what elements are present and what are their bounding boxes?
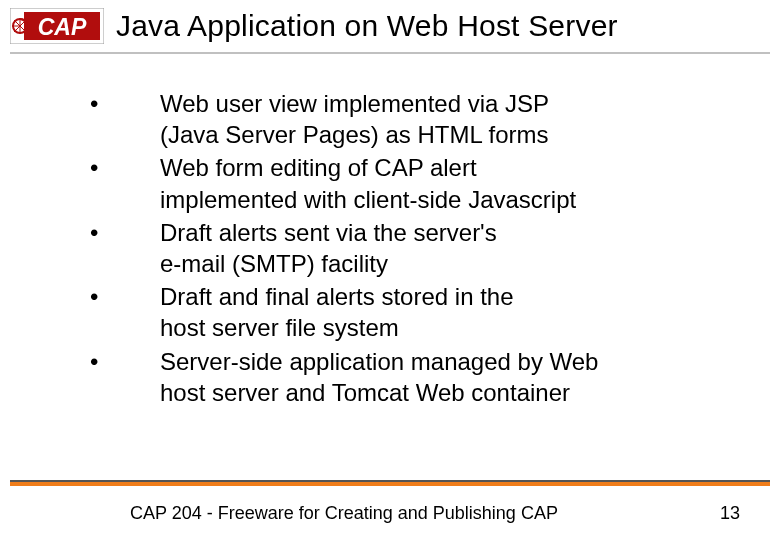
slide-header: CAP Java Application on Web Host Server <box>0 0 780 48</box>
bullet-marker: • <box>90 346 160 377</box>
list-item: • Draft and final alerts stored in the h… <box>90 281 760 343</box>
cap-logo: CAP <box>10 8 104 44</box>
svg-text:CAP: CAP <box>38 14 87 40</box>
slide-title: Java Application on Web Host Server <box>116 9 618 43</box>
page-number: 13 <box>720 503 740 524</box>
list-item: • Draft alerts sent via the server's e-m… <box>90 217 760 279</box>
bullet-text: Draft alerts sent via the server's e-mai… <box>160 217 497 279</box>
footer-text: CAP 204 - Freeware for Creating and Publ… <box>130 503 558 524</box>
bullet-text: Web form editing of CAP alert implemente… <box>160 152 576 214</box>
list-item: • Server-side application managed by Web… <box>90 346 760 408</box>
bullet-marker: • <box>90 281 160 312</box>
list-item: • Web form editing of CAP alert implemen… <box>90 152 760 214</box>
list-item: • Web user view implemented via JSP (Jav… <box>90 88 760 150</box>
bullet-text: Server-side application managed by Web h… <box>160 346 598 408</box>
bullet-marker: • <box>90 217 160 248</box>
bullet-text: Web user view implemented via JSP (Java … <box>160 88 549 150</box>
bullet-text: Draft and final alerts stored in the hos… <box>160 281 514 343</box>
slide-footer: CAP 204 - Freeware for Creating and Publ… <box>0 503 780 524</box>
footer-divider <box>10 480 770 486</box>
slide-body: • Web user view implemented via JSP (Jav… <box>0 54 780 408</box>
bullet-marker: • <box>90 152 160 183</box>
bullet-marker: • <box>90 88 160 119</box>
